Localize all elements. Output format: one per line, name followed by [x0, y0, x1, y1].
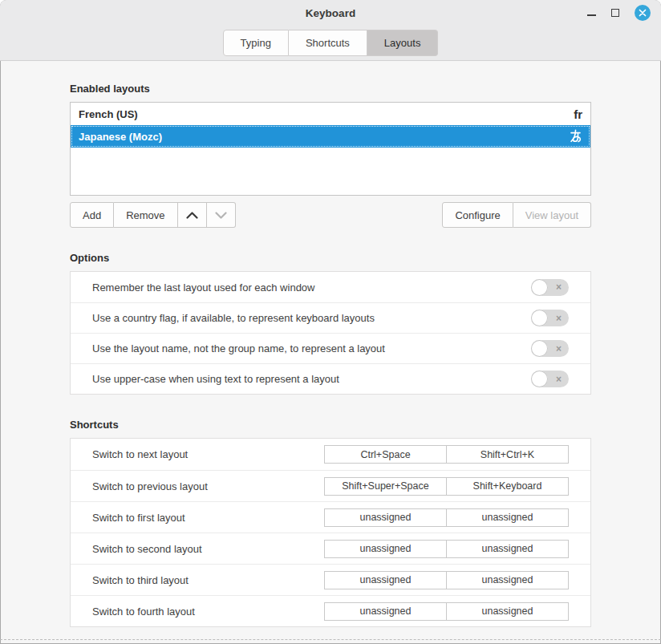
tab-shortcuts[interactable]: Shortcuts [289, 30, 367, 56]
option-row-layout-name: Use the layout name, not the group name,… [71, 333, 590, 363]
toggle-upper-case[interactable]: × [531, 371, 569, 387]
toggle-off-icon: × [556, 375, 562, 384]
shortcut-label: Switch to first layout [92, 512, 185, 524]
toggle-knob [531, 310, 548, 326]
keybinding-button-1[interactable]: Shift+Super+Space [324, 477, 447, 496]
tab-group: Typing Shortcuts Layouts [223, 30, 439, 56]
toggle-knob [531, 371, 548, 387]
list-actions: Add Remove Configure View layout [70, 202, 591, 228]
shortcut-row-second-layout: Switch to second layout unassigned unass… [71, 533, 590, 564]
keybinding-button-1[interactable]: unassigned [324, 508, 447, 527]
shortcuts-box: Switch to next layout Ctrl+Space Shift+C… [70, 438, 591, 627]
shortcut-label: Switch to third layout [92, 574, 189, 586]
option-label: Use the layout name, not the group name,… [92, 342, 385, 354]
shortcut-label: Switch to next layout [92, 448, 188, 460]
keybinding-pair: unassigned unassigned [324, 571, 569, 589]
configure-button[interactable]: Configure [442, 202, 513, 228]
window-title: Keyboard [0, 7, 661, 19]
window-bottom-edge [0, 639, 661, 640]
chevron-up-icon [186, 209, 198, 221]
keybinding-pair: unassigned unassigned [324, 508, 569, 527]
tab-typing[interactable]: Typing [223, 30, 289, 56]
toggle-off-icon: × [556, 282, 562, 292]
option-row-upper-case: Use upper-case when using text to repres… [71, 363, 590, 394]
toggle-off-icon: × [556, 344, 562, 354]
toggle-country-flag[interactable]: × [531, 310, 569, 326]
option-row-country-flag: Use a country flag, if available, to rep… [71, 302, 590, 333]
hiragana-a-badge-icon [569, 129, 582, 144]
option-label: Use upper-case when using text to repres… [92, 373, 339, 385]
shortcut-row-next-layout: Switch to next layout Ctrl+Space Shift+C… [71, 439, 590, 470]
add-button[interactable]: Add [70, 202, 114, 228]
keybinding-pair: Ctrl+Space Shift+Ctrl+K [324, 445, 569, 464]
layout-row-french[interactable]: French (US) fr [71, 103, 590, 125]
toggle-knob [531, 340, 548, 357]
enabled-layouts-list: French (US) fr Japanese (Mozc) [70, 102, 591, 196]
layout-name: Japanese (Mozc) [79, 131, 162, 143]
remove-button[interactable]: Remove [114, 202, 177, 228]
enabled-layouts-heading: Enabled layouts [70, 83, 591, 95]
keybinding-button-2[interactable]: unassigned [447, 508, 569, 527]
layout-badge-fr: fr [574, 108, 582, 120]
shortcut-label: Switch to previous layout [92, 480, 208, 492]
options-box: Remember the last layout used for each w… [70, 271, 591, 395]
keybinding-button-1[interactable]: unassigned [324, 571, 447, 589]
toggle-off-icon: × [556, 314, 562, 323]
option-label: Use a country flag, if available, to rep… [92, 312, 375, 324]
shortcut-row-first-layout: Switch to first layout unassigned unassi… [71, 501, 590, 533]
keybinding-button-2[interactable]: unassigned [447, 602, 569, 621]
keybinding-button-2[interactable]: Shift+Ctrl+K [447, 445, 569, 464]
move-down-button[interactable] [207, 202, 236, 228]
keybinding-pair: Shift+Super+Space Shift+Keyboard [324, 477, 569, 496]
keybinding-button-1[interactable]: unassigned [324, 540, 447, 558]
keybinding-button-2[interactable]: Shift+Keyboard [447, 477, 569, 496]
layouts-panel: Enabled layouts French (US) fr Japanese … [0, 61, 661, 627]
maximize-button[interactable] [611, 9, 619, 17]
close-icon [639, 6, 647, 20]
close-button[interactable] [635, 5, 651, 21]
keybinding-button-2[interactable]: unassigned [447, 540, 569, 558]
list-edit-button-group: Add Remove [70, 202, 236, 228]
keybinding-pair: unassigned unassigned [324, 602, 569, 621]
toggle-layout-name[interactable]: × [531, 340, 569, 357]
tab-bar: Typing Shortcuts Layouts [0, 26, 661, 61]
shortcut-row-previous-layout: Switch to previous layout Shift+Super+Sp… [71, 470, 590, 501]
shortcut-label: Switch to second layout [92, 543, 202, 555]
tab-layouts[interactable]: Layouts [367, 30, 439, 56]
toggle-knob [531, 279, 548, 296]
keybinding-pair: unassigned unassigned [324, 540, 569, 558]
option-row-remember-layout: Remember the last layout used for each w… [71, 272, 590, 302]
minimize-button[interactable] [587, 14, 596, 16]
window-controls [587, 5, 661, 21]
options-heading: Options [70, 252, 591, 264]
keybinding-button-1[interactable]: Ctrl+Space [324, 445, 447, 464]
layout-name: French (US) [79, 108, 138, 120]
keyboard-settings-window: Keyboard Typing Shortcuts Layouts Enable… [0, 0, 661, 644]
keybinding-button-2[interactable]: unassigned [447, 571, 569, 589]
layout-row-japanese[interactable]: Japanese (Mozc) [71, 125, 590, 148]
toggle-remember-layout[interactable]: × [531, 279, 569, 296]
titlebar: Keyboard [0, 0, 661, 26]
layout-tools-button-group: Configure View layout [442, 202, 591, 228]
shortcut-label: Switch to fourth layout [92, 606, 195, 618]
shortcut-row-fourth-layout: Switch to fourth layout unassigned unass… [71, 595, 590, 626]
shortcut-row-third-layout: Switch to third layout unassigned unassi… [71, 564, 590, 595]
option-label: Remember the last layout used for each w… [92, 281, 314, 294]
view-layout-button[interactable]: View layout [513, 202, 591, 228]
shortcuts-heading: Shortcuts [70, 419, 591, 431]
chevron-down-icon [215, 209, 227, 221]
keybinding-button-1[interactable]: unassigned [324, 602, 447, 621]
move-up-button[interactable] [178, 202, 207, 228]
